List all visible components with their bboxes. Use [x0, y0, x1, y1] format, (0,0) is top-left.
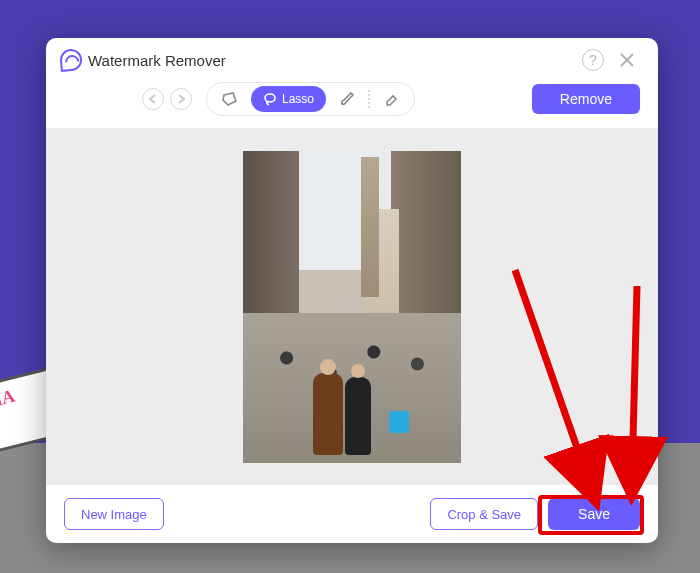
brush-tool-icon[interactable] — [334, 86, 360, 112]
app-logo-icon — [59, 48, 83, 72]
image-canvas[interactable] — [46, 128, 658, 485]
edited-image — [243, 151, 461, 463]
lasso-tool-button[interactable]: Lasso — [251, 86, 326, 112]
toolbar: Lasso Remove — [46, 82, 658, 128]
history-controls — [142, 88, 192, 110]
save-button[interactable]: Save — [548, 498, 640, 530]
redo-icon[interactable] — [170, 88, 192, 110]
new-image-button[interactable]: New Image — [64, 498, 164, 530]
eraser-tool-icon[interactable] — [378, 86, 404, 112]
modal-title: Watermark Remover — [88, 52, 226, 69]
watermark-remover-modal: Watermark Remover ? Lasso — [46, 38, 658, 543]
svg-point-2 — [265, 94, 275, 102]
polygon-tool-icon[interactable] — [217, 86, 243, 112]
modal-footer: New Image Crop & Save Save — [46, 485, 658, 543]
modal-header: Watermark Remover ? — [46, 38, 658, 82]
toolbar-separator — [368, 90, 370, 108]
selection-tools: Lasso — [206, 82, 415, 116]
close-icon[interactable] — [614, 47, 640, 73]
undo-icon[interactable] — [142, 88, 164, 110]
remove-button[interactable]: Remove — [532, 84, 640, 114]
lasso-tool-label: Lasso — [282, 92, 314, 106]
crop-and-save-button[interactable]: Crop & Save — [430, 498, 538, 530]
help-icon[interactable]: ? — [582, 49, 604, 71]
